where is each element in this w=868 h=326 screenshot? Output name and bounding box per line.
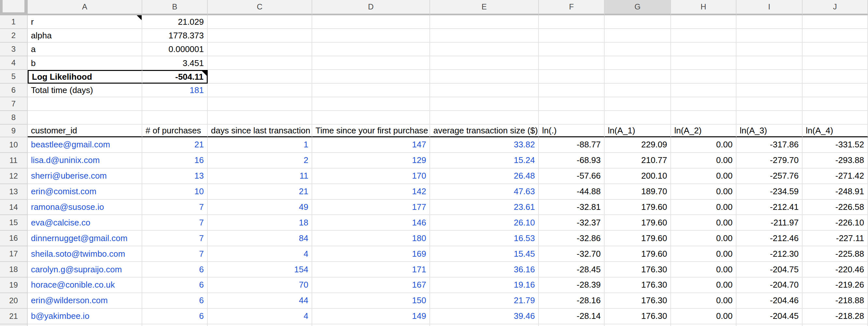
cell-H10[interactable]: 0.00	[671, 137, 737, 153]
row-header-9[interactable]: 9	[0, 125, 28, 137]
cell-D8[interactable]	[312, 111, 430, 125]
cell-F14[interactable]: -32.81	[539, 200, 604, 216]
column-header-F[interactable]: F	[539, 0, 604, 15]
row-header-13[interactable]: 13	[0, 184, 28, 200]
cell-D7[interactable]	[312, 97, 430, 111]
cell-H-partial[interactable]	[671, 324, 737, 326]
cell-J3[interactable]	[803, 43, 868, 56]
cell-B19[interactable]: 6	[142, 278, 208, 293]
cell-H21[interactable]: 0.00	[671, 309, 737, 324]
row-header-7[interactable]: 7	[0, 97, 28, 111]
cell-D15[interactable]: 146	[312, 215, 430, 231]
cell-E11[interactable]: 15.24	[430, 153, 539, 168]
row-header-2[interactable]: 2	[0, 29, 28, 43]
cell-F7[interactable]	[539, 97, 604, 111]
cell-D-partial[interactable]	[312, 324, 430, 326]
cell-H18[interactable]: 0.00	[671, 262, 737, 278]
cell-J8[interactable]	[803, 111, 868, 125]
cell-H7[interactable]	[671, 97, 737, 111]
cell-D21[interactable]: 149	[312, 309, 430, 324]
cell-J20[interactable]: -218.88	[803, 293, 868, 309]
cell-B5[interactable]: -504.11	[142, 70, 208, 84]
cell-A21[interactable]: b@yakimbee.io	[28, 309, 142, 324]
cell-D20[interactable]: 150	[312, 293, 430, 309]
cell-A-partial[interactable]	[28, 324, 142, 326]
cell-C7[interactable]	[208, 97, 312, 111]
cell-D6[interactable]	[312, 84, 430, 97]
cell-A15[interactable]: eva@calcise.co	[28, 215, 142, 231]
cell-E7[interactable]	[430, 97, 539, 111]
cell-B2[interactable]: 1778.373	[142, 29, 208, 43]
cell-B9[interactable]: # of purchases	[142, 125, 208, 137]
cell-C10[interactable]: 1	[208, 137, 312, 153]
cell-G1[interactable]	[604, 15, 671, 29]
cell-E19[interactable]: 19.16	[430, 278, 539, 293]
cell-I15[interactable]: -211.97	[737, 215, 803, 231]
cell-C16[interactable]: 84	[208, 231, 312, 246]
cell-G11[interactable]: 210.77	[604, 153, 671, 168]
row-header-14[interactable]: 14	[0, 200, 28, 216]
cell-B16[interactable]: 7	[142, 231, 208, 246]
cell-H13[interactable]: 0.00	[671, 184, 737, 200]
row-header-5[interactable]: 5	[0, 70, 28, 84]
cell-B12[interactable]: 13	[142, 168, 208, 184]
cell-F16[interactable]: -32.86	[539, 231, 604, 246]
column-header-H[interactable]: H	[671, 0, 737, 15]
cell-G5[interactable]	[604, 70, 671, 84]
cell-G15[interactable]: 179.60	[604, 215, 671, 231]
cell-J19[interactable]: -219.26	[803, 278, 868, 293]
cell-B17[interactable]: 7	[142, 246, 208, 262]
cell-D16[interactable]: 180	[312, 231, 430, 246]
cell-B18[interactable]: 6	[142, 262, 208, 278]
cell-H6[interactable]	[671, 84, 737, 97]
cell-I16[interactable]: -212.46	[737, 231, 803, 246]
cell-G2[interactable]	[604, 29, 671, 43]
cell-I17[interactable]: -212.30	[737, 246, 803, 262]
cell-J14[interactable]: -226.58	[803, 200, 868, 216]
cell-J2[interactable]	[803, 29, 868, 43]
cell-I10[interactable]: -317.86	[737, 137, 803, 153]
cell-B13[interactable]: 10	[142, 184, 208, 200]
cell-I5[interactable]	[737, 70, 803, 84]
cell-J9[interactable]: ln(A_4)	[803, 125, 868, 137]
row-header-17[interactable]: 17	[0, 246, 28, 262]
cell-G18[interactable]: 176.30	[604, 262, 671, 278]
cell-B11[interactable]: 16	[142, 153, 208, 168]
cell-C9[interactable]: days since last transaction	[208, 125, 312, 137]
cell-F6[interactable]	[539, 84, 604, 97]
cell-G20[interactable]: 176.30	[604, 293, 671, 309]
cell-F20[interactable]: -28.16	[539, 293, 604, 309]
cell-G21[interactable]: 176.30	[604, 309, 671, 324]
select-all-corner[interactable]	[0, 0, 28, 15]
cell-C13[interactable]: 21	[208, 184, 312, 200]
row-header-partial[interactable]	[0, 324, 28, 326]
column-header-I[interactable]: I	[737, 0, 803, 15]
cell-E20[interactable]: 21.79	[430, 293, 539, 309]
cell-I-partial[interactable]	[737, 324, 803, 326]
cell-E10[interactable]: 33.82	[430, 137, 539, 153]
cell-H8[interactable]	[671, 111, 737, 125]
cell-B20[interactable]: 6	[142, 293, 208, 309]
cell-F15[interactable]: -32.37	[539, 215, 604, 231]
cell-H15[interactable]: 0.00	[671, 215, 737, 231]
cell-I20[interactable]: -204.46	[737, 293, 803, 309]
cell-F13[interactable]: -44.88	[539, 184, 604, 200]
cell-J5[interactable]	[803, 70, 868, 84]
cell-E18[interactable]: 36.16	[430, 262, 539, 278]
cell-C-partial[interactable]	[208, 324, 312, 326]
cell-D9[interactable]: Time since your first purchase	[312, 125, 430, 137]
cell-A14[interactable]: ramona@susose.io	[28, 200, 142, 216]
cell-J1[interactable]	[803, 15, 868, 29]
cell-A3[interactable]: a	[28, 43, 142, 56]
cell-J15[interactable]: -226.10	[803, 215, 868, 231]
cell-J11[interactable]: -293.88	[803, 153, 868, 168]
cell-I6[interactable]	[737, 84, 803, 97]
column-header-C[interactable]: C	[208, 0, 312, 15]
cell-F17[interactable]: -32.70	[539, 246, 604, 262]
cell-C18[interactable]: 154	[208, 262, 312, 278]
cell-E12[interactable]: 26.48	[430, 168, 539, 184]
cell-C17[interactable]: 4	[208, 246, 312, 262]
cell-J16[interactable]: -227.11	[803, 231, 868, 246]
cell-C2[interactable]	[208, 29, 312, 43]
cell-B7[interactable]	[142, 97, 208, 111]
